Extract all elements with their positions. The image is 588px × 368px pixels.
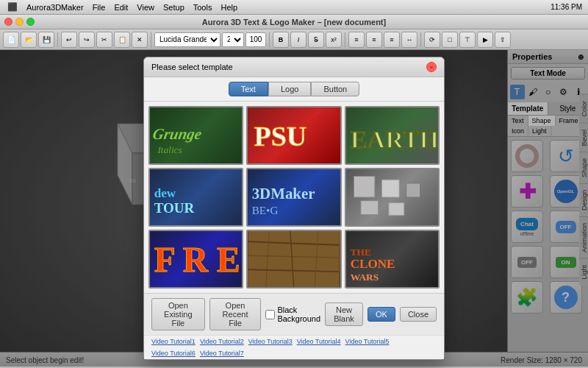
window-minimize-button[interactable]	[15, 18, 24, 26]
svg-text:EARTH: EARTH	[350, 126, 438, 153]
modal-tab-text[interactable]: Text	[229, 82, 268, 96]
modal-body: Grunge Italics PSU	[144, 102, 444, 293]
svg-rect-13	[354, 177, 375, 198]
template-item-9[interactable]: THE CLONE WARS	[345, 230, 440, 289]
align-center-button[interactable]: ≡	[366, 32, 382, 48]
svg-rect-16	[361, 201, 379, 215]
view-front-button[interactable]: □	[442, 32, 458, 48]
align-right-button[interactable]: ≡	[384, 32, 400, 48]
delete-button[interactable]: ✕	[132, 32, 148, 48]
cut-button[interactable]: ✂	[96, 32, 112, 48]
modal-overlay: Please select template × Text Logo Butto…	[0, 50, 588, 367]
render-button[interactable]: ▶	[477, 32, 493, 48]
toolbar-sep-1	[57, 32, 58, 47]
spacing-button[interactable]: ↔	[401, 32, 417, 48]
video-link-2[interactable]: Video Tutorial2	[200, 338, 244, 345]
italic-button[interactable]: I	[290, 32, 306, 48]
template-item-3[interactable]: EARTH	[345, 106, 440, 165]
window-close-button[interactable]	[4, 18, 12, 26]
svg-text:CLONE: CLONE	[350, 257, 395, 271]
svg-text:Italics: Italics	[157, 144, 182, 155]
template-item-7[interactable]: F R E	[148, 230, 243, 289]
toolbar-sep-3	[269, 32, 270, 47]
menu-edit[interactable]: Edit	[110, 3, 132, 12]
svg-text:BE•G: BE•G	[252, 204, 279, 216]
bold-button[interactable]: B	[273, 32, 289, 48]
template-item-4[interactable]: dew TOUR	[148, 168, 243, 227]
template-select-dialog: Please select template × Text Logo Butto…	[143, 57, 445, 360]
zoom-input[interactable]	[245, 32, 266, 47]
export-button[interactable]: ⇪	[495, 32, 511, 48]
open-button[interactable]: 📂	[21, 32, 37, 48]
svg-text:PSU: PSU	[254, 121, 307, 152]
template-item-5[interactable]: 3DMaker BE•G	[246, 168, 341, 227]
modal-tab-button[interactable]: Button	[311, 82, 359, 96]
black-background-checkbox-container: Black Background	[265, 305, 320, 323]
video-link-1[interactable]: Video Tutorial1	[151, 338, 196, 345]
open-recent-button[interactable]: Open Recent File	[209, 298, 262, 330]
modal-type-tabs: Text Logo Button	[144, 77, 444, 102]
new-button[interactable]: 📄	[3, 32, 19, 48]
font-selector[interactable]: Lucida Grande	[154, 32, 220, 47]
toolbar-sep-4	[345, 32, 345, 47]
template-item-1[interactable]: Grunge Italics	[148, 106, 243, 165]
svg-text:Grunge: Grunge	[151, 125, 203, 143]
modal-titlebar: Please select template ×	[144, 57, 444, 77]
toolbar-sep-2	[151, 32, 151, 47]
video-link-7[interactable]: Video Tutorial7	[200, 350, 244, 357]
modal-title: Please select template	[151, 63, 233, 71]
strikethrough-button[interactable]: S̶	[308, 32, 324, 48]
video-link-5[interactable]: Video Tutorial5	[345, 338, 390, 345]
black-background-label: Black Background	[277, 305, 320, 323]
redo-button[interactable]: ↪	[79, 32, 95, 48]
video-link-6[interactable]: Video Tutorial6	[151, 350, 196, 357]
svg-text:THE: THE	[350, 247, 370, 258]
copy-button[interactable]: 📋	[114, 32, 130, 48]
svg-text:TOUR: TOUR	[154, 200, 195, 216]
superscript-button[interactable]: x²	[326, 32, 342, 48]
app-menu-logo[interactable]: ⬛	[3, 2, 22, 12]
app-window: ⬛ Aurora3DMaker File Edit View Setup Too…	[0, 0, 588, 367]
video-link-4[interactable]: Video Tutorial4	[297, 338, 341, 345]
window-controls	[4, 18, 35, 26]
menu-view[interactable]: View	[132, 3, 159, 12]
main-toolbar: 📄 📂 💾 ↩ ↪ ✂ 📋 ✕ Lucida Grande 20 B I S̶ …	[0, 29, 588, 50]
undo-button[interactable]: ↩	[61, 32, 77, 48]
modal-footer: Open Existing File Open Recent File Blac…	[144, 293, 444, 335]
template-item-2[interactable]: PSU	[246, 106, 341, 165]
system-time: 11:36 PM	[551, 3, 582, 11]
window-maximize-button[interactable]	[26, 18, 35, 26]
svg-rect-17	[389, 203, 404, 216]
app-title: Aurora 3D Text & Logo Maker – [new docum…	[202, 18, 386, 26]
open-existing-button[interactable]: Open Existing File	[151, 298, 205, 330]
modal-tab-logo[interactable]: Logo	[268, 82, 311, 96]
video-link-3[interactable]: Video Tutorial3	[248, 338, 293, 345]
new-blank-button[interactable]: New Blank	[325, 302, 363, 326]
svg-rect-14	[381, 180, 399, 197]
ok-button[interactable]: OK	[368, 307, 395, 322]
3d-rotate-button[interactable]: ⟳	[424, 32, 440, 48]
align-left-button[interactable]: ≡	[348, 32, 365, 48]
menu-tools[interactable]: Tools	[189, 3, 217, 12]
templates-grid: Grunge Italics PSU	[148, 106, 440, 289]
svg-text:F R E: F R E	[154, 241, 240, 279]
black-background-checkbox[interactable]	[265, 310, 275, 319]
svg-text:WARS: WARS	[350, 272, 378, 283]
svg-text:dew: dew	[154, 186, 176, 200]
menu-help[interactable]: Help	[216, 3, 242, 12]
font-size-selector[interactable]: 20	[222, 32, 244, 47]
menu-file[interactable]: File	[88, 3, 110, 12]
svg-rect-15	[406, 183, 420, 197]
menu-appname[interactable]: Aurora3DMaker	[22, 3, 88, 12]
menu-setup[interactable]: Setup	[159, 3, 189, 12]
main-area: 3D Properties ⊕ Text Mode T 🖌 ○ ⚙ ℹ	[0, 50, 588, 367]
save-button[interactable]: 💾	[38, 32, 54, 48]
template-item-6[interactable]	[345, 168, 440, 227]
view-top-button[interactable]: ⊤	[459, 32, 476, 48]
app-titlebar: Aurora 3D Text & Logo Maker – [new docum…	[0, 15, 588, 29]
toolbar-sep-5	[420, 32, 421, 47]
template-item-8[interactable]	[246, 230, 341, 289]
close-button[interactable]: Close	[400, 307, 437, 322]
modal-close-button[interactable]: ×	[426, 62, 437, 72]
svg-text:3DMaker: 3DMaker	[252, 185, 315, 202]
